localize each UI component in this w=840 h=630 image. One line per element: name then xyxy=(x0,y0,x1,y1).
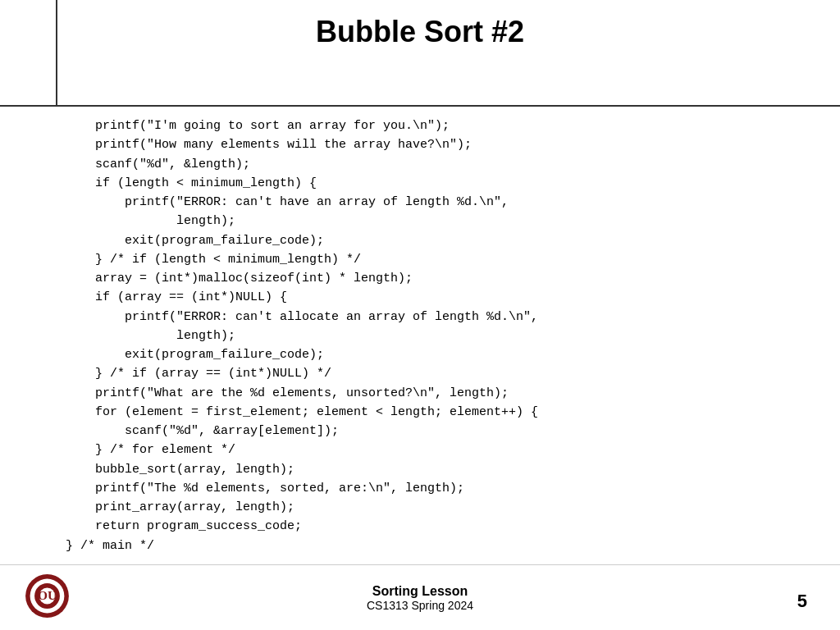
page-title: Bubble Sort #2 xyxy=(0,15,840,49)
footer: OU Sorting Lesson CS1313 Spring 2024 5 xyxy=(0,564,840,630)
course-info: CS1313 Spring 2024 xyxy=(367,599,473,612)
header-line xyxy=(0,105,840,107)
svg-text:OU: OU xyxy=(38,588,57,602)
code-block: printf("I'm going to sort an array for y… xyxy=(66,116,824,555)
footer-logo: OU xyxy=(25,573,70,622)
lesson-title: Sorting Lesson xyxy=(367,584,473,599)
page-number: 5 xyxy=(797,591,807,612)
footer-center: Sorting Lesson CS1313 Spring 2024 xyxy=(367,584,473,612)
title-area: Bubble Sort #2 xyxy=(0,15,840,49)
